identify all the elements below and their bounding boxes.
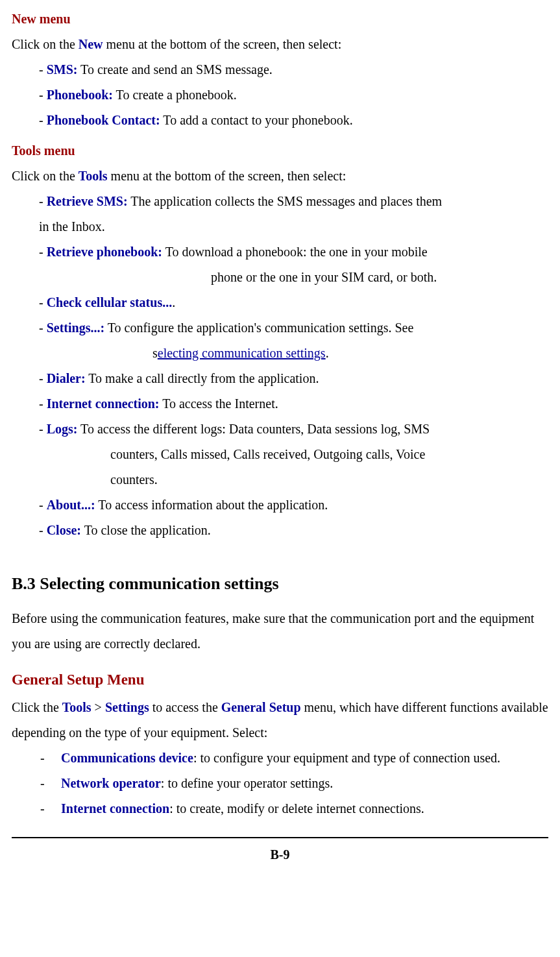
text: To access the different logs: Data count… — [77, 422, 430, 436]
text: Click on the — [12, 37, 79, 51]
list-item-logs: - Logs: To access the different logs: Da… — [39, 417, 548, 442]
text: To download a phonebook: the one in your… — [162, 245, 428, 259]
dash: - — [40, 745, 61, 771]
tools-menu-intro: Click on the Tools menu at the bottom of… — [12, 164, 548, 189]
page-number: B-9 — [12, 842, 548, 875]
text: : to define your operator settings. — [161, 776, 334, 790]
text: Click on the — [12, 169, 79, 183]
list-item-dialer: - Dialer: To make a call directly from t… — [39, 366, 548, 391]
content: Communications device: to configure your… — [61, 745, 548, 771]
list-item-close: - Close: To close the application. — [39, 518, 548, 543]
text: To configure the application's communica… — [104, 321, 413, 335]
list-item-phonebook-contact: - Phonebook Contact: To add a contact to… — [39, 108, 548, 133]
text: : to configure your equipment and type o… — [193, 751, 500, 765]
about-label: About...: — [47, 498, 95, 512]
list-item-logs-cont2: counters. — [110, 467, 548, 492]
text: Click the — [12, 700, 62, 714]
footer-divider — [12, 837, 548, 838]
list-item-internet: - Internet connection: To access the Int… — [39, 391, 548, 417]
text: . — [326, 346, 329, 360]
close-label: Close: — [47, 523, 81, 537]
text: to access the — [149, 700, 221, 714]
sms-label: SMS: — [47, 62, 78, 77]
list-item-check-status: - Check cellular status.... — [39, 290, 548, 315]
comm-device-label: Communications device — [61, 751, 193, 765]
text: : to create, modify or delete internet c… — [169, 801, 424, 816]
dash: - — [40, 771, 61, 796]
settings-label: Settings...: — [47, 321, 104, 335]
check-status-label: Check cellular status... — [47, 295, 173, 309]
retrieve-pb-label: Retrieve phonebook: — [47, 245, 162, 259]
list-item-comm-device: - Communications device: to configure yo… — [40, 745, 548, 771]
text: To create and send an SMS message. — [77, 62, 272, 77]
text: s — [152, 346, 158, 360]
dash: - — [39, 498, 47, 512]
text: The application collects the SMS message… — [128, 194, 443, 208]
list-item-internet-connection: - Internet connection: to create, modify… — [40, 796, 548, 821]
general-setup-list: - Communications device: to configure yo… — [12, 745, 548, 821]
tools-keyword: Tools — [79, 169, 108, 183]
dialer-label: Dialer: — [47, 371, 86, 385]
internet-label: Internet connection: — [47, 396, 160, 411]
list-item-retrieve-phonebook: - Retrieve phonebook: To download a phon… — [39, 239, 548, 265]
phonebook-label: Phonebook: — [47, 88, 113, 102]
dash: - — [39, 321, 47, 335]
general-setup-kw: General Setup — [221, 700, 301, 714]
text: menu at the bottom of the screen, then s… — [108, 169, 347, 183]
text: To make a call directly from the applica… — [86, 371, 319, 385]
dash: - — [39, 422, 47, 436]
list-item-about: - About...: To access information about … — [39, 492, 548, 518]
logs-label: Logs: — [47, 422, 78, 436]
dash: - — [39, 194, 47, 208]
list-item-sms: - SMS: To create and send an SMS message… — [39, 57, 548, 82]
section-title: B.3 Selecting communication settings — [12, 568, 548, 601]
list-item-network-operator: - Network operator: to define your opera… — [40, 771, 548, 796]
settings-link[interactable]: electing communication settings — [158, 346, 326, 360]
dash: - — [39, 113, 47, 127]
dash: - — [39, 396, 47, 411]
phonebook-contact-label: Phonebook Contact: — [47, 113, 160, 127]
dash: - — [39, 371, 47, 385]
list-item-retrieve-sms: - Retrieve SMS: The application collects… — [39, 189, 548, 214]
section-intro: Before using the communication features,… — [12, 606, 548, 657]
text: To create a phonebook. — [113, 88, 237, 102]
new-menu-heading: New menu — [12, 6, 548, 32]
list-item-logs-cont1: counters, Calls missed, Calls received, … — [110, 442, 548, 467]
list-item-settings-cont: selecting communication settings. — [152, 341, 548, 366]
dash: - — [39, 523, 47, 537]
tools-kw: Tools — [62, 700, 91, 714]
dash: - — [39, 88, 47, 102]
network-operator-label: Network operator — [61, 776, 161, 790]
content: Network operator: to define your operato… — [61, 771, 548, 796]
settings-kw: Settings — [105, 700, 149, 714]
text: . — [172, 295, 175, 309]
internet-connection-label: Internet connection — [61, 801, 169, 816]
dash: - — [40, 796, 61, 821]
retrieve-sms-label: Retrieve SMS: — [47, 194, 128, 208]
new-keyword: New — [79, 37, 103, 51]
tools-menu-list: - Retrieve SMS: The application collects… — [39, 189, 548, 543]
dash: - — [39, 245, 47, 259]
dash: - — [39, 62, 47, 77]
text: To close the application. — [81, 523, 211, 537]
list-item-retrieve-sms-cont: in the Inbox. — [39, 214, 548, 239]
new-menu-list: - SMS: To create and send an SMS message… — [39, 57, 548, 133]
general-setup-intro: Click the Tools > Settings to access the… — [12, 695, 548, 745]
text: To add a contact to your phonebook. — [160, 113, 353, 127]
new-menu-intro: Click on the New menu at the bottom of t… — [12, 32, 548, 57]
text: To access information about the applicat… — [95, 498, 328, 512]
tools-menu-heading: Tools menu — [12, 138, 548, 164]
text: menu at the bottom of the screen, then s… — [103, 37, 342, 51]
content: Internet connection: to create, modify o… — [61, 796, 548, 821]
list-item-settings: - Settings...: To configure the applicat… — [39, 315, 548, 341]
text: To access the Internet. — [160, 396, 278, 411]
dash: - — [39, 295, 47, 309]
general-setup-heading: General Setup Menu — [12, 666, 548, 695]
text: > — [91, 700, 105, 714]
list-item-phonebook: - Phonebook: To create a phonebook. — [39, 82, 548, 108]
list-item-retrieve-phonebook-cont: phone or the one in your SIM card, or bo… — [211, 265, 548, 290]
